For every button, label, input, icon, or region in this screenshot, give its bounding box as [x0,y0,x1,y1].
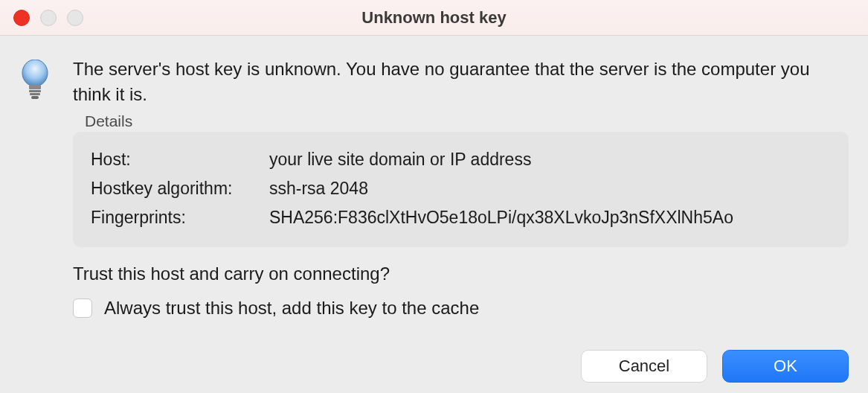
algorithm-value: ssh-rsa 2048 [269,174,368,203]
svg-rect-4 [31,96,39,99]
detail-row-host: Host: your live site domain or IP addres… [91,145,831,174]
svg-rect-3 [30,93,40,95]
host-label: Host: [91,145,269,174]
detail-row-algorithm: Hostkey algorithm: ssh-rsa 2048 [91,174,831,203]
titlebar: Unknown host key [0,0,868,36]
svg-point-0 [22,60,48,86]
algorithm-label: Hostkey algorithm: [91,174,269,203]
trust-question: Trust this host and carry on connecting? [73,263,849,284]
dialog-content: The server's host key is unknown. You ha… [0,36,868,319]
minimize-window-button[interactable] [40,10,57,26]
close-window-button[interactable] [13,10,30,26]
details-box: Host: your live site domain or IP addres… [73,132,849,247]
warning-text: The server's host key is unknown. You ha… [73,57,849,106]
maximize-window-button[interactable] [67,10,83,26]
details-label: Details [85,112,849,130]
host-value: your live site domain or IP address [269,145,531,174]
window-title: Unknown host key [0,8,868,28]
lightbulb-icon [19,60,51,101]
detail-row-fingerprints: Fingerprints: SHA256:F836clXtHvO5e18oLPi… [91,203,831,232]
svg-rect-2 [29,90,41,92]
ok-button[interactable]: OK [722,350,849,383]
cancel-button[interactable]: Cancel [581,350,707,383]
fingerprints-label: Fingerprints: [91,203,269,232]
traffic-lights [0,10,83,26]
always-trust-label: Always trust this host, add this key to … [104,298,479,319]
fingerprints-value: SHA256:F836clXtHvO5e18oLPi/qx38XLvkoJp3n… [269,203,733,232]
checkbox-row: Always trust this host, add this key to … [73,298,849,319]
always-trust-checkbox[interactable] [73,298,92,318]
main-column: The server's host key is unknown. You ha… [73,57,849,319]
button-row: Cancel OK [581,350,849,383]
icon-column [19,57,51,319]
svg-rect-1 [29,85,41,89]
